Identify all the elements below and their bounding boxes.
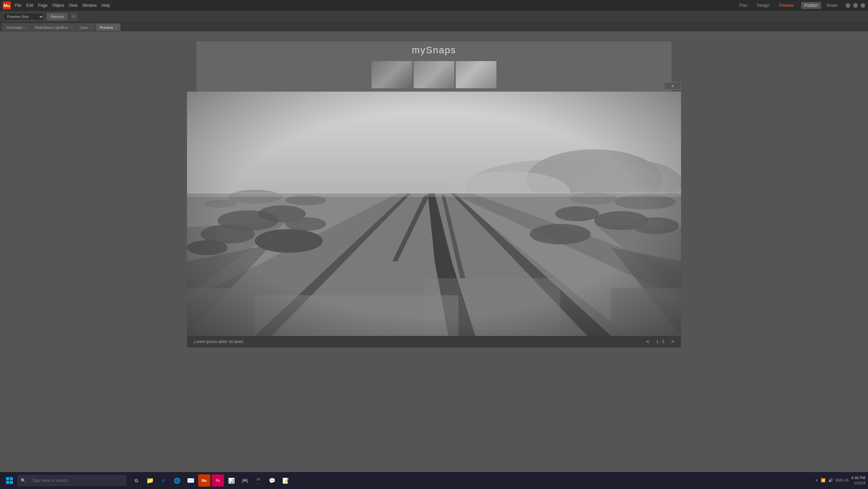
menu-bar: File Edit Page Object View Window Help (15, 3, 110, 8)
tab-mysnaps-close[interactable]: × (25, 26, 26, 29)
lightbox-footer: Lorem ipsum dolor sit amet. < 1 - 3 > (187, 336, 681, 347)
svg-rect-43 (10, 481, 13, 484)
publish-button[interactable]: Publish (801, 2, 821, 9)
caption-text: Lorem ipsum dolor sit amet. (194, 339, 244, 344)
taskbar-icon-6[interactable]: 💬 (266, 474, 278, 487)
system-tray: ∧ (815, 478, 818, 483)
nav-prev-button[interactable]: < (646, 339, 649, 345)
menu-file[interactable]: File (15, 3, 21, 8)
taskbar-icons: ⧉ 📁 e 🌐 ✉️ Mu Ps 📊 🎮 📱 💬 📝 (130, 474, 292, 487)
taskbar: 🔍 ⧉ 📁 e 🌐 ✉️ Mu Ps 📊 🎮 📱 💬 📝 ∧ 📶 🔊 ENG U… (0, 472, 868, 489)
clock-time: 6:46 PM (851, 475, 865, 481)
page-indicator: 1 - 3 (656, 339, 664, 344)
title-bar-left: Mu File Edit Page Object View Window Hel… (3, 1, 110, 10)
menu-help[interactable]: Help (101, 3, 110, 8)
svg-rect-40 (6, 477, 9, 480)
tab-slideshow[interactable]: SlideShow LightBox × (31, 23, 75, 31)
toolbar-icon-button[interactable]: ⊙ (70, 13, 78, 20)
share-button[interactable]: Share (827, 3, 837, 8)
taskbar-icon-chrome[interactable]: 🌐 (171, 474, 183, 487)
taskbar-icon-1[interactable]: Mu (198, 474, 210, 487)
thumbnail-2[interactable] (414, 61, 454, 88)
taskbar-icon-7[interactable]: 📝 (280, 474, 292, 487)
site-title: mySnaps (412, 45, 456, 56)
close-button[interactable]: × (861, 3, 865, 8)
tab-slideshow-label: SlideShow LightBox (35, 25, 68, 30)
thumbnail-3[interactable] (456, 61, 496, 88)
clock-date: 1/12/18 (851, 481, 865, 486)
menu-page[interactable]: Page (38, 3, 48, 8)
tab-preview-label: Preview (100, 25, 113, 30)
menu-view[interactable]: View (69, 3, 78, 8)
taskbar-icon-mail[interactable]: ✉️ (185, 474, 197, 487)
tab-mysnaps-label: *mySnaps (6, 25, 23, 30)
title-bar-right: Plan Design Preview Publish Share − □ × (737, 2, 865, 9)
tab-preview-close[interactable]: × (115, 26, 117, 29)
road-image (187, 92, 681, 336)
nav-plan[interactable]: Plan (737, 2, 750, 8)
app-logo: Mu (3, 1, 11, 10)
thumbnail-1[interactable] (372, 61, 412, 88)
lightbox-image (187, 92, 681, 336)
main-area: mySnaps x (0, 31, 868, 472)
preview-size-select[interactable]: Preview Size (3, 13, 44, 20)
lightbox-close-button[interactable]: x (664, 82, 681, 90)
toolbar: Preview Size Refresh ⊙ (0, 11, 868, 22)
tab-cars-label: Cars (80, 25, 88, 30)
thumbnails-row (372, 61, 496, 88)
taskbar-search-wrapper: 🔍 (18, 475, 126, 486)
tab-mysnaps[interactable]: *mySnaps × (2, 23, 30, 31)
clock[interactable]: 6:46 PM 1/12/18 (851, 475, 865, 485)
svg-rect-39 (187, 92, 681, 336)
tab-slideshow-close[interactable]: × (70, 26, 72, 29)
tab-cars-close[interactable]: × (90, 26, 92, 29)
taskbar-icon-4[interactable]: 🎮 (239, 474, 251, 487)
tab-preview[interactable]: Preview × (96, 23, 120, 31)
volume-icon[interactable]: 🔊 (828, 478, 833, 483)
menu-window[interactable]: Window (82, 3, 97, 8)
svg-rect-41 (10, 477, 13, 480)
network-icon[interactable]: 📶 (821, 478, 826, 483)
search-icon: 🔍 (21, 478, 26, 483)
maximize-button[interactable]: □ (853, 3, 858, 8)
taskbar-icon-explorer[interactable]: 📁 (144, 474, 156, 487)
tabs-bar: *mySnaps × SlideShow LightBox × Cars × P… (0, 22, 868, 31)
taskbar-icon-5[interactable]: 📱 (252, 474, 265, 487)
refresh-button[interactable]: Refresh (47, 13, 68, 20)
lightbox-container: x (187, 92, 681, 347)
taskbar-icon-3[interactable]: 📊 (225, 474, 238, 487)
taskbar-right: ∧ 📶 🔊 ENG US 6:46 PM 1/12/18 (815, 475, 865, 485)
taskbar-icon-edge[interactable]: e (157, 474, 170, 487)
title-bar: Mu File Edit Page Object View Window Hel… (0, 0, 868, 11)
nav-next-button[interactable]: > (671, 339, 674, 345)
nav-preview[interactable]: Preview (777, 2, 796, 8)
taskbar-icon-2[interactable]: Ps (212, 474, 224, 487)
region-indicator: ENG US (836, 478, 849, 483)
page-canvas: mySnaps x (196, 41, 672, 347)
menu-edit[interactable]: Edit (26, 3, 33, 8)
taskbar-icon-taskview[interactable]: ⧉ (130, 474, 143, 487)
window-controls: − □ × (846, 3, 865, 8)
tab-cars[interactable]: Cars × (76, 23, 96, 31)
svg-rect-42 (6, 481, 9, 484)
minimize-button[interactable]: − (846, 3, 850, 8)
menu-object[interactable]: Object (52, 3, 64, 8)
nav-controls: < 1 - 3 > (646, 339, 674, 345)
start-button[interactable] (3, 474, 16, 487)
taskbar-search-input[interactable] (28, 475, 116, 486)
nav-design[interactable]: Design (755, 2, 772, 8)
